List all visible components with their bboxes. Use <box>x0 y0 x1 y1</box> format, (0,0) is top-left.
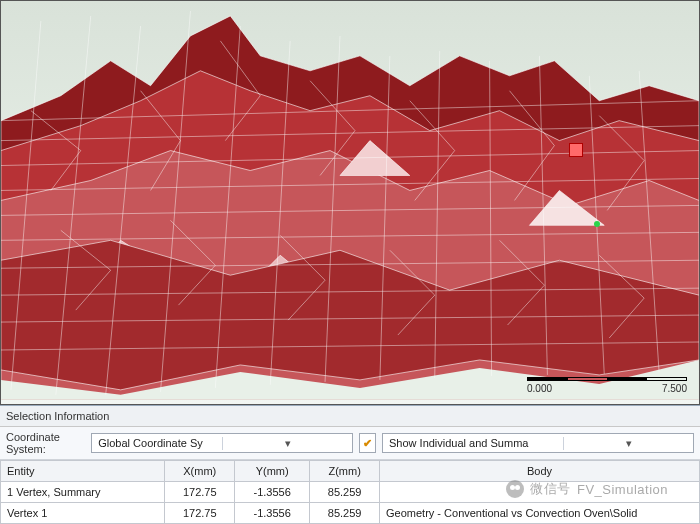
apply-button[interactable]: ✔ <box>359 433 376 453</box>
cell-y: -1.3556 <box>235 482 310 503</box>
viewport-3d[interactable]: 0.000 7.500 <box>0 0 700 405</box>
scale-min: 0.000 <box>527 383 552 394</box>
scale-max: 7.500 <box>662 383 687 394</box>
show-mode-value: Show Individual and Summa <box>383 437 563 449</box>
cell-x: 172.75 <box>165 482 235 503</box>
col-z[interactable]: Z(mm) <box>310 461 380 482</box>
cell-y: -1.3556 <box>235 503 310 524</box>
table-row[interactable]: Vertex 1 172.75 -1.3556 85.259 Geometry … <box>1 503 700 524</box>
col-body[interactable]: Body <box>380 461 700 482</box>
coord-system-combo[interactable]: Global Coordinate Sy ▾ <box>91 433 353 453</box>
coord-system-label: Coordinate System: <box>6 431 85 455</box>
cell-entity: Vertex 1 <box>1 503 165 524</box>
chevron-down-icon: ▾ <box>222 437 352 450</box>
cell-body: Geometry - Conventional vs Convection Ov… <box>380 503 700 524</box>
cell-x: 172.75 <box>165 503 235 524</box>
check-icon: ✔ <box>363 437 372 450</box>
show-mode-combo[interactable]: Show Individual and Summa ▾ <box>382 433 694 453</box>
selection-info-toolbar: Coordinate System: Global Coordinate Sy … <box>0 427 700 460</box>
panel-title: Selection Information <box>0 405 700 427</box>
selection-table: Entity X(mm) Y(mm) Z(mm) Body 1 Vertex, … <box>0 460 700 524</box>
cell-body <box>380 482 700 503</box>
selected-vertex-marker[interactable] <box>569 143 583 157</box>
chevron-down-icon: ▾ <box>563 437 693 450</box>
pivot-point <box>594 221 600 227</box>
cell-entity: 1 Vertex, Summary <box>1 482 165 503</box>
cell-z: 85.259 <box>310 503 380 524</box>
col-x[interactable]: X(mm) <box>165 461 235 482</box>
coord-system-value: Global Coordinate Sy <box>92 437 222 449</box>
col-entity[interactable]: Entity <box>1 461 165 482</box>
table-row[interactable]: 1 Vertex, Summary 172.75 -1.3556 85.259 <box>1 482 700 503</box>
mesh-surface <box>1 1 699 400</box>
cell-z: 85.259 <box>310 482 380 503</box>
scale-bar: 0.000 7.500 <box>527 377 687 394</box>
col-y[interactable]: Y(mm) <box>235 461 310 482</box>
table-header-row: Entity X(mm) Y(mm) Z(mm) Body <box>1 461 700 482</box>
